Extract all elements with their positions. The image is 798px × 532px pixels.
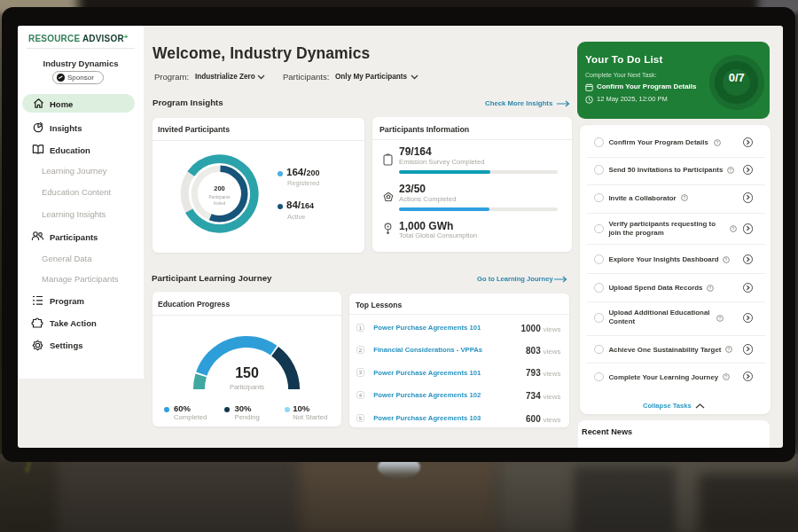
svg-text:?: ?: [725, 374, 728, 379]
svg-text:Participants: Participants: [208, 195, 231, 200]
svg-text:?: ?: [730, 168, 732, 173]
svg-text:?: ?: [719, 316, 722, 321]
svg-text:?: ?: [727, 347, 730, 352]
svg-text:?: ?: [708, 286, 711, 291]
svg-text:?: ?: [683, 195, 685, 200]
svg-text:Invited: Invited: [214, 201, 226, 206]
svg-text:?: ?: [716, 140, 718, 145]
svg-text:200: 200: [214, 184, 225, 192]
svg-text:?: ?: [724, 257, 727, 262]
svg-text:?: ?: [732, 226, 734, 231]
